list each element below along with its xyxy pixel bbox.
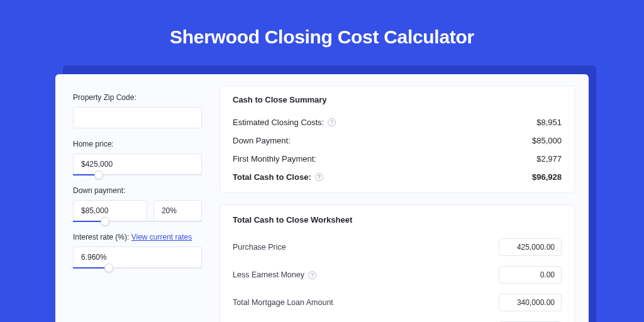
summary-row-down-payment: Down Payment: $85,000 — [233, 131, 562, 150]
worksheet-row-earnest-money: Less Earnest Money ? 0.00 — [233, 261, 562, 289]
worksheet-label: Less Earnest Money — [233, 270, 304, 279]
worksheet-input[interactable]: 0.00 — [499, 266, 562, 284]
worksheet-input[interactable]: 425,000.00 — [499, 238, 562, 256]
home-price-input[interactable]: $425,000 — [73, 153, 202, 175]
page-title: Sherwood Closing Cost Calculator — [0, 0, 644, 65]
summary-value: $85,000 — [532, 136, 562, 145]
worksheet-label: Purchase Price — [233, 243, 286, 252]
interest-label-prefix: Interest rate (%): — [73, 233, 131, 242]
summary-row-first-payment: First Monthly Payment: $2,977 — [233, 150, 562, 168]
results-column: Cash to Close Summary Estimated Closing … — [216, 74, 589, 322]
worksheet-label: Total Mortgage Loan Amount — [233, 298, 333, 307]
summary-label: Down Payment: — [233, 136, 291, 145]
down-payment-pct-input[interactable]: 20% — [153, 200, 202, 221]
help-icon[interactable]: ? — [315, 173, 323, 181]
summary-title: Cash to Close Summary — [233, 95, 562, 104]
down-payment-field: Down payment: $85,000 20% — [73, 186, 202, 221]
calculator-shell: Property Zip Code: Home price: $425,000 … — [55, 65, 589, 322]
summary-total-label: Total Cash to Close: — [233, 172, 311, 182]
slider-thumb[interactable] — [94, 170, 103, 179]
slider-thumb[interactable] — [101, 217, 109, 226]
slider-thumb[interactable] — [104, 264, 113, 272]
zip-input[interactable] — [73, 107, 202, 128]
interest-rate-field: Interest rate (%): View current rates 6.… — [73, 233, 202, 268]
home-price-label: Home price: — [73, 140, 202, 148]
summary-card: Cash to Close Summary Estimated Closing … — [219, 86, 575, 193]
worksheet-card: Total Cash to Close Worksheet Purchase P… — [219, 204, 575, 322]
down-payment-label: Down payment: — [73, 186, 202, 195]
zip-label: Property Zip Code: — [73, 93, 202, 102]
summary-label: Estimated Closing Costs: — [233, 118, 324, 127]
worksheet-title: Total Cash to Close Worksheet — [233, 215, 562, 225]
inputs-column: Property Zip Code: Home price: $425,000 … — [55, 74, 216, 322]
slider-fill — [73, 267, 109, 269]
help-icon[interactable]: ? — [328, 118, 336, 126]
worksheet-row-purchase-price: Purchase Price 425,000.00 — [233, 233, 562, 261]
summary-value: $8,951 — [536, 118, 562, 127]
worksheet-input[interactable]: 340,000.00 — [499, 294, 562, 311]
summary-total-value: $96,928 — [532, 172, 562, 182]
worksheet-row-second-mortgage: Total Second Mortgage Amount — [233, 316, 562, 322]
summary-row-total: Total Cash to Close: ? $96,928 — [233, 168, 562, 186]
down-payment-input[interactable]: $85,000 — [73, 200, 147, 221]
summary-label: First Monthly Payment: — [233, 154, 316, 164]
home-price-field: Home price: $425,000 — [73, 140, 202, 175]
worksheet-row-mortgage-amount: Total Mortgage Loan Amount 340,000.00 — [233, 289, 562, 316]
summary-row-closing-costs: Estimated Closing Costs: ? $8,951 — [233, 113, 562, 131]
calculator-panel: Property Zip Code: Home price: $425,000 … — [55, 74, 589, 322]
help-icon[interactable]: ? — [308, 271, 316, 279]
interest-rate-label: Interest rate (%): View current rates — [73, 233, 202, 242]
summary-value: $2,977 — [536, 154, 562, 164]
view-rates-link[interactable]: View current rates — [131, 233, 192, 242]
interest-rate-input[interactable]: 6.960% — [73, 247, 202, 268]
zip-field: Property Zip Code: — [73, 93, 202, 128]
